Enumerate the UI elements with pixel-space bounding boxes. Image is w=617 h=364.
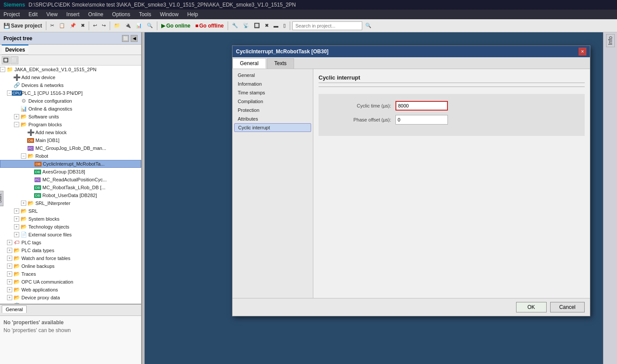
cyclic-time-input[interactable]: [395, 101, 448, 111]
tree-header-icon-1[interactable]: ⬜: [122, 35, 129, 42]
tree-item-mc-read[interactable]: FC MC_ReadActualPositionCyc...: [0, 176, 141, 184]
go-online-button[interactable]: ▶ Go online: [159, 22, 192, 30]
tree-item-ext-src[interactable]: + 📄 External source files: [0, 231, 141, 239]
nav-information[interactable]: Information: [232, 80, 313, 88]
cut-button[interactable]: ✂: [49, 22, 56, 29]
tree-expander-srl[interactable]: +: [14, 208, 19, 214]
tree-toolbar-btn-1[interactable]: 🔲: [2, 56, 10, 64]
search-input[interactable]: [292, 21, 362, 30]
tree-expander-tr[interactable]: +: [7, 271, 12, 277]
devices-tab[interactable]: Devices: [2, 45, 28, 55]
tree-expander-root[interactable]: −: [0, 67, 5, 72]
tree-item-cyclic[interactable]: OB CyclicInterrupt_McRobotTa...: [0, 160, 141, 168]
phase-offset-input[interactable]: [395, 115, 448, 125]
tree-item-axesgroup[interactable]: DB AxesGroup [DB318]: [0, 168, 141, 176]
tree-item-traces[interactable]: + 📂 Traces: [0, 270, 141, 278]
tree-expander-wf[interactable]: +: [7, 256, 12, 261]
toolbar-icon-2[interactable]: 🔌: [123, 22, 133, 29]
tree-item-plc-data[interactable]: + 📂 PLC data types: [0, 246, 141, 254]
tree-expander-dp[interactable]: +: [7, 295, 12, 300]
menu-online[interactable]: Online: [87, 10, 105, 18]
tree-expander-sb[interactable]: +: [14, 216, 19, 222]
nav-protection[interactable]: Protection: [232, 106, 313, 114]
tree-expander-ob2[interactable]: +: [7, 263, 12, 269]
toolbar-diag-6[interactable]: ▯: [281, 22, 288, 29]
cyclic-interrupt-dialog: CyclicInterrupt_McRobotTask [OB30] × Gen…: [232, 45, 590, 316]
tree-item-online-diag[interactable]: 📊 Online & diagnostics: [0, 105, 141, 113]
tree-expander-pdt[interactable]: +: [7, 248, 12, 253]
tree-expander-robot[interactable]: −: [21, 153, 26, 159]
toolbar-icon-1[interactable]: 📁: [112, 22, 122, 29]
tree-header-icon-2[interactable]: ◀: [131, 35, 138, 42]
tree-item-root[interactable]: − 📁 JAKA_EDK_smoke3_V1.0_1515_2PN: [0, 66, 141, 73]
tree-item-watch-force[interactable]: + 📂 Watch and force tables: [0, 254, 141, 262]
dialog-tab-general[interactable]: General: [232, 58, 266, 69]
tree-expander-es[interactable]: +: [14, 232, 19, 237]
dialog-tab-texts[interactable]: Texts: [267, 58, 294, 69]
tree-expander-sw[interactable]: +: [14, 114, 19, 119]
go-offline-button[interactable]: ■ Go offline: [194, 22, 225, 30]
delete-button[interactable]: ✖: [79, 22, 87, 29]
tree-item-web-apps[interactable]: + 📂 Web applications: [0, 286, 141, 294]
menu-insert[interactable]: Insert: [65, 10, 81, 18]
tree-item-tech-obj[interactable]: + 📂 Technology objects: [0, 223, 141, 231]
tree-expander-opc[interactable]: +: [7, 279, 12, 284]
tree-expander-srli[interactable]: +: [21, 201, 26, 206]
right-info-tab[interactable]: Info: [606, 34, 615, 47]
menu-options[interactable]: Options: [111, 10, 132, 18]
menu-window[interactable]: Window: [158, 10, 180, 18]
tree-item-srl-interp[interactable]: + 📂 SRL_INterpreter: [0, 199, 141, 207]
bottom-tab-general[interactable]: General: [2, 305, 27, 313]
tree-item-robot-userdata[interactable]: DB Robot_UserData [DB282]: [0, 191, 141, 199]
tree-item-plc1[interactable]: − CPU PLC_1 [CPU 1516-3 PN/DP]: [0, 89, 141, 97]
tree-item-dev-config[interactable]: ⚙ Device configuration: [0, 97, 141, 105]
toolbar-diag-1[interactable]: 🔧: [230, 22, 240, 29]
menu-view[interactable]: View: [45, 10, 59, 18]
toolbar-diag-3[interactable]: 🔲: [252, 22, 262, 29]
tree-item-mc-robot[interactable]: DB MC_RobotTask_LRob_DB [...: [0, 184, 141, 191]
undo-button[interactable]: ↩: [91, 22, 99, 29]
nav-timestamps[interactable]: Time stamps: [232, 88, 313, 97]
tree-item-main-ob1[interactable]: OB Main [OB1]: [0, 136, 141, 144]
nav-general[interactable]: General: [232, 71, 313, 80]
save-button[interactable]: 💾 Save project: [2, 22, 44, 30]
toolbar-diag-2[interactable]: 📡: [241, 22, 251, 29]
toolbar-icon-3[interactable]: 📊: [134, 22, 144, 29]
tree-item-sys-blocks[interactable]: + 📂 System blocks: [0, 215, 141, 223]
tree-item-robot-folder[interactable]: − 📂 Robot: [0, 152, 141, 160]
nav-compilation[interactable]: Compilation: [232, 97, 313, 106]
tree-item-opc-ua[interactable]: + 📂 OPC UA communication: [0, 278, 141, 286]
start-tab[interactable]: Start: [0, 191, 3, 206]
tree-item-add-device[interactable]: ➕ Add new device: [0, 73, 141, 81]
menu-project[interactable]: Project: [2, 10, 21, 18]
cancel-button[interactable]: Cancel: [550, 302, 585, 312]
nav-cyclic-interrupt[interactable]: Cyclic interrupt: [234, 123, 311, 132]
menu-help[interactable]: Help: [186, 10, 200, 18]
toolbar-diag-5[interactable]: ▬: [272, 22, 280, 29]
menu-tools[interactable]: Tools: [137, 10, 153, 18]
tree-item-online-backups[interactable]: + 📂 Online backups: [0, 262, 141, 270]
menu-edit[interactable]: Edit: [27, 10, 39, 18]
nav-attributes[interactable]: Attributes: [232, 114, 313, 123]
toolbar-icon-4[interactable]: 🔍: [145, 22, 155, 29]
tree-expander-to[interactable]: +: [14, 224, 19, 229]
tree-item-mc-groupjog[interactable]: FC MC_GroupJog_LRob_DB_man...: [0, 144, 141, 152]
tree-item-device-proxy[interactable]: + 📂 Device proxy data: [0, 294, 141, 302]
copy-button[interactable]: 📋: [57, 22, 67, 29]
dialog-close-button[interactable]: ×: [579, 48, 586, 55]
tree-item-devices-networks[interactable]: 🔗 Devices & networks: [0, 81, 141, 89]
ok-button[interactable]: OK: [516, 302, 547, 312]
paste-button[interactable]: 📌: [68, 22, 78, 29]
toolbar-diag-4[interactable]: ✖: [263, 22, 270, 29]
tree-item-add-block[interactable]: ➕ Add new block: [0, 128, 141, 136]
tree-expander-pb[interactable]: −: [14, 122, 19, 127]
tree-expander-pt[interactable]: +: [7, 240, 12, 245]
search-button[interactable]: 🔍: [364, 22, 373, 29]
tree-item-plc-tags[interactable]: + 🏷 PLC tags: [0, 239, 141, 246]
tree-toolbar-btn-2[interactable]: ⬜: [10, 56, 18, 64]
tree-item-srl[interactable]: + 📂 SRL: [0, 207, 141, 215]
tree-item-prog-blocks[interactable]: − 📂 Program blocks: [0, 121, 141, 128]
tree-item-sw-units[interactable]: + 📂 Software units: [0, 113, 141, 121]
redo-button[interactable]: ↪: [100, 22, 107, 29]
tree-expander-wa[interactable]: +: [7, 287, 12, 292]
